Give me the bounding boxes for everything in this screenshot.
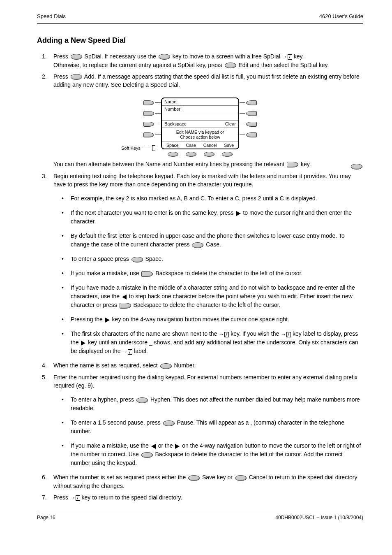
spdial-icon: → — [70, 494, 80, 502]
side-key-icon — [246, 132, 257, 137]
lcd-soft-cancel: Cancel — [203, 143, 218, 148]
step6a: When the number is set as required press… — [53, 474, 186, 481]
softkey-icon — [351, 164, 362, 170]
nav-left-icon — [122, 295, 127, 300]
bullet-8d: key until an underscore _ shows, and add… — [71, 339, 358, 354]
s5b2a: To enter a 1.5 second pause, press — [71, 419, 161, 426]
softkey-icon — [163, 420, 175, 426]
lcd-number-label: Number: — [164, 107, 182, 111]
spdial-icon: → — [282, 53, 292, 61]
softkey-icon — [71, 54, 82, 60]
header-right: 4620 User's Guide — [319, 13, 363, 19]
step2-b: Add. If a message appears stating that t… — [53, 73, 360, 88]
footer-left: Page 16 — [37, 515, 55, 520]
side-key-icon — [143, 100, 154, 105]
bullet-5a: If you make a mistake, use — [71, 270, 139, 276]
step1-a: Press — [53, 53, 68, 60]
side-key-icon — [246, 122, 257, 127]
nav-right-icon — [105, 318, 110, 323]
softkey-icon — [136, 397, 148, 403]
bullet-1: For example, the key 2 is also marked as… — [71, 195, 317, 202]
side-key-icon — [246, 100, 257, 105]
bullet-4b: Space. — [145, 255, 163, 262]
step4a: When the name is set as required, select — [53, 362, 158, 369]
s5b1a: To enter a hyphen, press — [71, 396, 134, 403]
bullet-3b: Case. — [206, 241, 221, 248]
bullet-5b: Backspace to delete the character to the… — [155, 270, 302, 276]
softkey-icon — [192, 242, 203, 248]
softkeys-label: Soft Keys — [121, 146, 141, 151]
step3: Begin entering text using the telephone … — [53, 173, 351, 188]
step1-alt2: Edit and then select the SpDial key. — [238, 62, 329, 68]
step1-alt: Otherwise, to replace the current entry … — [53, 62, 222, 68]
lcd-soft-save: Save — [223, 143, 235, 148]
s5b3b: or the — [158, 442, 173, 449]
softkey-icon — [225, 63, 236, 68]
lcd-diagram: Name: Number: BackspaceClear Edit NAME v… — [134, 98, 266, 157]
lcd-msg2: Choose action below — [164, 135, 236, 140]
bullet-7a: Pressing the — [71, 316, 103, 323]
side-key-icon — [143, 111, 154, 116]
softkey-icon — [235, 475, 247, 481]
step1-d: key. — [294, 53, 304, 60]
softkey-icon — [141, 452, 153, 458]
side-key-icon — [246, 111, 257, 116]
softkey-icon — [188, 475, 200, 481]
softkey-icon — [131, 257, 143, 262]
bullet-4a: To enter a space press — [71, 255, 129, 262]
side-key-icon — [143, 122, 154, 127]
side-key-icon — [143, 132, 154, 137]
side-key-icon — [141, 271, 153, 277]
spdial-icon: → — [281, 330, 291, 339]
header-left: Speed Dials — [37, 13, 66, 19]
nav-right-icon — [175, 444, 180, 449]
nav-right-icon — [81, 341, 85, 346]
section-title: Adding a New Speed Dial — [37, 36, 363, 45]
step1-c: key to move to a screen with a free SpDi… — [173, 53, 280, 60]
s5b3a: If you make a mistake, use the — [71, 442, 149, 449]
softkey-icon — [159, 54, 170, 60]
lcd-msg1: Edit NAME via keypad or — [164, 130, 236, 135]
nav-right-icon — [236, 211, 241, 216]
step7a: Press — [53, 494, 68, 501]
spdial-icon: → — [219, 330, 229, 339]
bullet-6c: Backspace to delete the character to the… — [134, 302, 281, 308]
side-key-icon — [287, 162, 298, 167]
step2-a: Press — [53, 73, 68, 80]
step6b: Save key or — [202, 474, 233, 481]
row5b: key. — [301, 161, 311, 167]
step4b: Number. — [174, 362, 196, 369]
lcd-clear: Clear — [225, 121, 236, 126]
bullet-8a: The first six characters of the name are… — [71, 330, 217, 337]
softkey-icon — [204, 152, 214, 157]
bullet-7b: key on the 4-way navigation button moves… — [112, 316, 289, 323]
bullet-8b: key. If you wish the — [231, 330, 279, 337]
softkey-icon — [160, 363, 172, 369]
softkey-icon — [71, 74, 82, 80]
lcd-soft-case: Case — [185, 143, 197, 148]
lcd-name-label: Name: — [164, 99, 178, 104]
softkey-icon — [168, 152, 178, 157]
step7: key to return to the speed dial director… — [82, 494, 182, 501]
row5a: You can then alternate between the Name … — [53, 161, 284, 167]
lcd-soft-space: Space — [166, 143, 180, 148]
footer-right: 40DHB0002USCL – Issue 1 (10/8/2004) — [275, 515, 363, 520]
lcd-backspace: Backspace — [164, 121, 187, 126]
bullet-2a: If the next character you want to enter … — [71, 209, 234, 216]
side-key-icon — [120, 303, 131, 309]
step5: Enter the number required using the dial… — [53, 374, 357, 389]
bullet-8e: label. — [134, 348, 148, 354]
step1-b: SpDial. If necessary use the — [85, 53, 156, 60]
softkey-icon — [222, 152, 233, 157]
softkey-icon — [186, 152, 196, 157]
nav-left-icon — [151, 444, 156, 449]
spdial-icon: → — [122, 348, 132, 356]
